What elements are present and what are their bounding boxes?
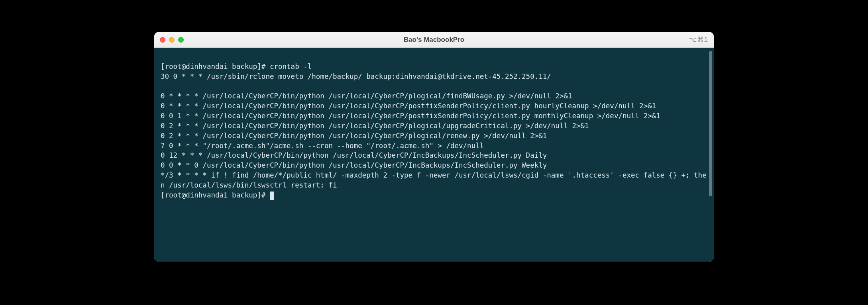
- output-line: 7 0 * * * "/root/.acme.sh"/acme.sh --cro…: [161, 142, 484, 150]
- terminal-body[interactable]: [root@dinhvandai backup]# crontab -l30 0…: [154, 48, 714, 262]
- output-line: 0 2 * * * /usr/local/CyberCP/bin/python …: [161, 132, 547, 140]
- output-line: [161, 82, 707, 92]
- prompt-line: [root@dinhvandai backup]#: [161, 190, 707, 200]
- scrollbar-track[interactable]: [708, 51, 712, 258]
- window-title: Bao's MacbookPro: [404, 36, 464, 44]
- close-icon[interactable]: [160, 37, 165, 43]
- traffic-lights: [160, 37, 184, 43]
- output-line: 0 0 * * 0 /usr/local/CyberCP/bin/python …: [161, 161, 547, 169]
- shortcut-hint: ⌥⌘1: [689, 35, 708, 44]
- output-line: 0 2 * * * /usr/local/CyberCP/bin/python …: [161, 122, 589, 130]
- output-line: 0 * * * * /usr/local/CyberCP/bin/python …: [161, 92, 572, 100]
- output-line: 0 * * * * /usr/local/CyberCP/bin/python …: [161, 102, 656, 110]
- output-line: 0 0 1 * * /usr/local/CyberCP/bin/python …: [161, 112, 660, 120]
- prompt: [root@dinhvandai backup]#: [161, 63, 270, 70]
- command-line: [root@dinhvandai backup]# crontab -l: [161, 62, 707, 72]
- scrollbar-thumb[interactable]: [709, 51, 712, 196]
- prompt: [root@dinhvandai backup]#: [161, 191, 270, 199]
- title-bar: Bao's MacbookPro ⌥⌘1: [154, 32, 714, 48]
- maximize-icon[interactable]: [178, 37, 184, 43]
- terminal-window: Bao's MacbookPro ⌥⌘1 [root@dinhvandai ba…: [154, 32, 714, 262]
- command-text: crontab -l: [270, 63, 312, 70]
- cursor-icon: [270, 192, 274, 200]
- output-line: 30 0 * * * /usr/sbin/rclone moveto /home…: [161, 72, 551, 80]
- output-line: 0 12 * * * /usr/local/CyberCP/bin/python…: [161, 151, 547, 159]
- output-line: */3 * * * * if ! find /home/*/public_htm…: [161, 171, 707, 189]
- minimize-icon[interactable]: [169, 37, 175, 43]
